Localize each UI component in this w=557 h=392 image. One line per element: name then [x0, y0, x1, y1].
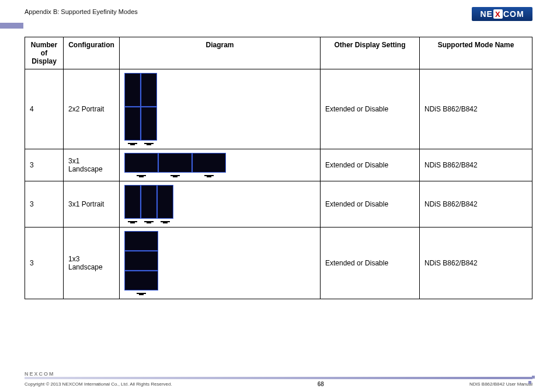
th-config: Configuration [64, 37, 120, 69]
eyefinity-modes-table: Number of Display Configuration Diagram … [25, 37, 532, 299]
logo-text-right: COM [503, 9, 524, 19]
copyright-text: Copyright © 2013 NEXCOM International Co… [25, 382, 172, 387]
page-footer: NEXCOM Copyright © 2013 NEXCOM Internati… [25, 371, 532, 387]
cell-mode: NDiS B862/B842 [420, 149, 532, 181]
cell-config: 1x3 Landscape [64, 228, 120, 299]
cell-diagram [120, 181, 321, 228]
cell-config: 3x1 Landscape [64, 149, 120, 181]
diagram-1x3-landscape [124, 231, 315, 295]
cell-other: Extended or Disable [321, 69, 420, 149]
cell-mode: NDiS B862/B842 [420, 69, 532, 149]
th-other: Other Display Setting [321, 37, 420, 69]
logo-x-icon: X [493, 9, 503, 19]
footer-divider [25, 377, 532, 379]
footer-logo: NEXCOM [25, 371, 532, 377]
cell-other: Extended or Disable [321, 181, 420, 228]
diagram-3x1-portrait [124, 185, 315, 223]
cell-other: Extended or Disable [321, 228, 420, 299]
cell-config: 3x1 Portrait [64, 181, 120, 228]
th-mode: Supported Mode Name [420, 37, 532, 69]
th-diagram: Diagram [120, 37, 321, 69]
cell-number: 3 [25, 149, 64, 181]
cell-diagram [120, 228, 321, 299]
table-row: 4 2x2 Portrait Extended or Disable NDiS … [25, 69, 532, 149]
cell-diagram [120, 149, 321, 181]
cell-other: Extended or Disable [321, 149, 420, 181]
appendix-title: Appendix B: Supported Eyefinity Modes [25, 7, 138, 15]
diagram-3x1-landscape [124, 153, 315, 177]
cell-diagram [120, 69, 321, 149]
footer-corner-icon [529, 376, 535, 382]
table-row: 3 1x3 Landscape Extended or Disable NDiS… [25, 228, 532, 299]
table-row: 3 3x1 Landscape Extended or Disable NDiS… [25, 149, 532, 181]
diagram-2x2-portrait [124, 73, 315, 145]
cell-mode: NDiS B862/B842 [420, 181, 532, 228]
th-number: Number of Display [25, 37, 64, 69]
cell-number: 3 [25, 181, 64, 228]
cell-mode: NDiS B862/B842 [420, 228, 532, 299]
cell-number: 4 [25, 69, 64, 149]
logo-text-left: NE [480, 9, 492, 19]
table-row: 3 3x1 Portrait Extended or Disable NDiS … [25, 181, 532, 228]
header-corner-accent [0, 23, 23, 29]
cell-config: 2x2 Portrait [64, 69, 120, 149]
manual-name: NDiS B862/B842 User Manual [469, 382, 532, 387]
nexcom-logo: NEXCOM [472, 7, 532, 21]
cell-number: 3 [25, 228, 64, 299]
page-number: 68 [318, 381, 324, 387]
